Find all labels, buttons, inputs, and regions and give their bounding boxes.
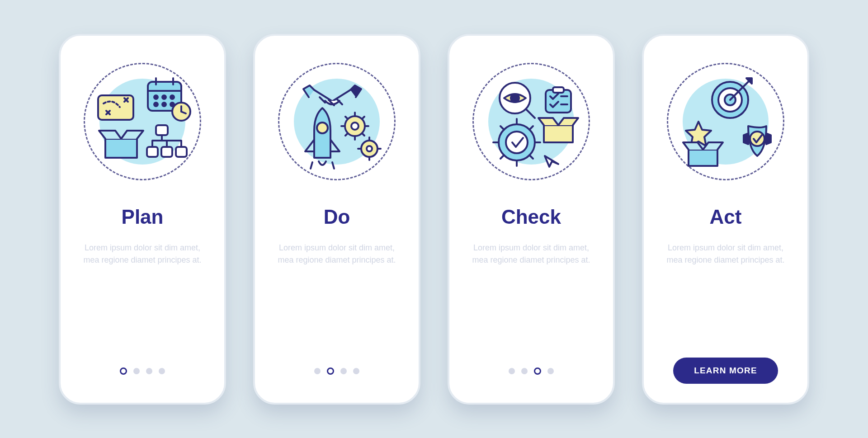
dot-2[interactable]: [521, 368, 528, 374]
card-plan: Plan Lorem ipsum dolor sit dim amet, mea…: [59, 34, 226, 405]
svg-rect-15: [147, 147, 158, 157]
svg-rect-16: [161, 147, 172, 157]
pagination-dots: [120, 358, 165, 384]
card-check: Check Lorem ipsum dolor sit dim amet, me…: [448, 34, 615, 405]
dot-2[interactable]: [133, 368, 140, 374]
card-description: Lorem ipsum dolor sit dim amet, mea regi…: [468, 242, 594, 267]
svg-line-39: [526, 109, 535, 118]
onboarding-stage: Plan Lorem ipsum dolor sit dim amet, mea…: [59, 34, 809, 405]
card-title: Do: [324, 206, 350, 228]
illustration-plan: [84, 63, 201, 180]
svg-rect-17: [176, 147, 187, 157]
svg-line-52: [529, 155, 533, 159]
svg-line-20: [332, 162, 334, 169]
card-description: Lorem ipsum dolor sit dim amet, mea regi…: [274, 242, 400, 267]
card-title: Check: [501, 206, 561, 228]
svg-rect-14: [156, 125, 168, 135]
svg-point-18: [317, 122, 328, 133]
svg-point-6: [162, 103, 166, 106]
svg-point-38: [511, 94, 519, 102]
card-do: Do Lorem ipsum dolor sit dim amet, mea r…: [253, 34, 420, 405]
check-icon: [481, 72, 581, 171]
pagination-dots: [314, 358, 359, 384]
svg-line-30: [345, 117, 348, 119]
svg-point-32: [367, 146, 372, 151]
dot-4[interactable]: [547, 368, 554, 374]
svg-rect-41: [553, 87, 564, 93]
dot-4[interactable]: [159, 368, 165, 374]
pagination-dots: [509, 358, 554, 384]
card-description: Lorem ipsum dolor sit dim amet, mea regi…: [79, 242, 206, 267]
card-act: Act Lorem ipsum dolor sit dim amet, mea …: [642, 34, 809, 405]
illustration-do: [278, 63, 396, 180]
svg-point-3: [162, 95, 166, 99]
svg-line-27: [362, 117, 364, 119]
svg-point-4: [170, 95, 174, 99]
card-title: Act: [710, 206, 742, 228]
illustration-act: [667, 63, 784, 180]
illustration-check: [472, 63, 590, 180]
svg-line-50: [529, 126, 533, 130]
dot-3[interactable]: [340, 368, 347, 374]
svg-point-22: [351, 122, 359, 130]
act-icon: [676, 72, 775, 171]
dot-1[interactable]: [314, 368, 321, 374]
dot-2[interactable]: [327, 367, 334, 375]
svg-line-53: [500, 126, 504, 130]
svg-point-58: [750, 132, 764, 146]
dot-1[interactable]: [120, 367, 127, 375]
svg-point-5: [154, 103, 158, 106]
card-description: Lorem ipsum dolor sit dim amet, mea regi…: [662, 242, 789, 267]
svg-line-29: [362, 133, 364, 136]
dot-1[interactable]: [509, 368, 515, 374]
svg-line-51: [500, 155, 504, 159]
dot-3[interactable]: [534, 367, 541, 375]
plan-icon: [93, 72, 192, 171]
do-icon: [287, 72, 387, 171]
svg-point-2: [154, 95, 158, 99]
svg-line-28: [345, 133, 348, 136]
learn-more-button[interactable]: LEARN MORE: [673, 358, 778, 384]
dot-4[interactable]: [353, 368, 359, 374]
card-title: Plan: [122, 206, 164, 228]
svg-point-45: [506, 132, 528, 153]
dot-3[interactable]: [146, 368, 152, 374]
svg-line-19: [311, 162, 312, 169]
